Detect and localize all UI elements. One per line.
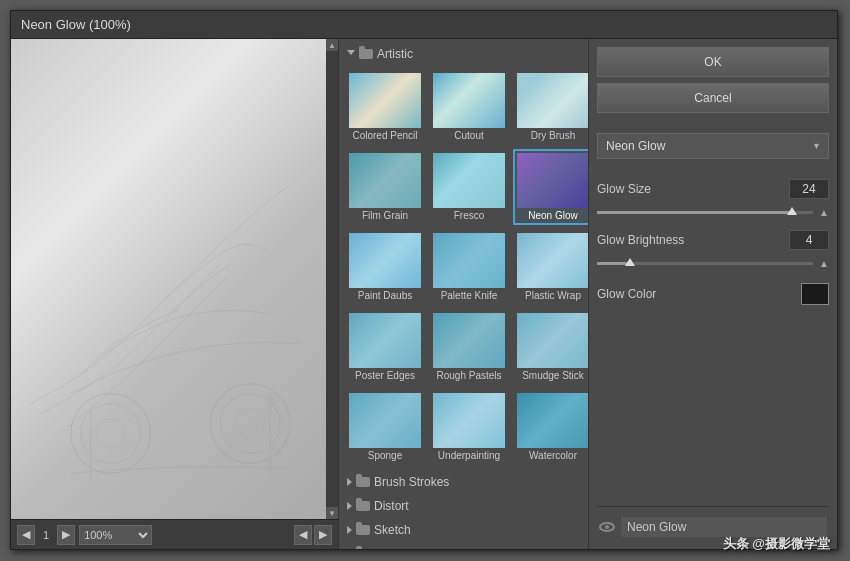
filter-item-fresco[interactable]: Fresco xyxy=(429,149,509,225)
category-stylize-label: Stylize xyxy=(374,547,409,549)
filter-item-rough-pastels[interactable]: Rough Pastels xyxy=(429,309,509,385)
filter-label-plastic-wrap: Plastic Wrap xyxy=(525,290,581,301)
filter-thumb-neon-glow xyxy=(517,153,589,208)
filter-label-fresco: Fresco xyxy=(454,210,485,221)
category-sketch-label: Sketch xyxy=(374,523,411,537)
filter-item-underpainting[interactable]: Underpainting xyxy=(429,389,509,465)
folder-icon-distort xyxy=(356,501,370,511)
filter-label-watercolor: Watercolor xyxy=(529,450,577,461)
filter-dropdown-wrapper: Neon Glow xyxy=(597,133,829,159)
filter-thumb-fresco xyxy=(433,153,505,208)
folder-icon xyxy=(359,49,373,59)
cancel-button[interactable]: Cancel xyxy=(597,83,829,113)
category-distort-label: Distort xyxy=(374,499,409,513)
filter-item-neon-glow[interactable]: Neon Glow xyxy=(513,149,589,225)
filter-thumb-film-grain xyxy=(349,153,421,208)
filter-thumb-palette-knife xyxy=(433,233,505,288)
preview-footer: ◀ 1 ▶ 100% 50% 200% Fit in View ◀ ▶ xyxy=(11,519,338,549)
filter-item-smudge-stick[interactable]: Smudge Stick xyxy=(513,309,589,385)
filter-label-cutout: Cutout xyxy=(454,130,483,141)
preview-panel: ▲ ▼ ◀ 1 ▶ 100% 50% 200% Fit in View ◀ ▶ xyxy=(11,39,339,549)
filter-label-underpainting: Underpainting xyxy=(438,450,500,461)
filter-dropdown[interactable]: Neon Glow xyxy=(597,133,829,159)
folder-icon-brush xyxy=(356,477,370,487)
filter-thumb-rough-pastels xyxy=(433,313,505,368)
preview-image xyxy=(11,39,326,519)
category-distort-header[interactable]: Distort xyxy=(343,495,584,517)
zoom-select[interactable]: 100% 50% 200% Fit in View xyxy=(79,525,152,545)
category-distort: Distort xyxy=(343,495,584,517)
page-prev-button[interactable]: ◀ xyxy=(17,525,35,545)
glow-color-swatch[interactable] xyxy=(801,283,829,305)
nav-left-button[interactable]: ◀ xyxy=(294,525,312,545)
filter-item-watercolor[interactable]: Watercolor xyxy=(513,389,589,465)
triangle-closed-icon xyxy=(347,478,352,486)
category-sketch: Sketch xyxy=(343,519,584,541)
preview-sketch xyxy=(11,39,326,519)
window-title: Neon Glow (100%) xyxy=(21,17,131,32)
glow-color-label: Glow Color xyxy=(597,287,793,301)
controls-panel: OK Cancel Neon Glow Glow Size ▲ xyxy=(589,39,837,549)
glow-size-slider[interactable] xyxy=(597,211,813,214)
triangle-closed-icon-3 xyxy=(347,526,352,534)
glow-brightness-slider[interactable] xyxy=(597,262,813,265)
filter-thumb-dry-brush xyxy=(517,73,589,128)
category-sketch-header[interactable]: Sketch xyxy=(343,519,584,541)
filter-item-poster-edges[interactable]: Poster Edges xyxy=(345,309,425,385)
glow-brightness-row: Glow Brightness xyxy=(597,230,829,250)
glow-brightness-input[interactable] xyxy=(789,230,829,250)
category-artistic-header[interactable]: Artistic xyxy=(343,43,584,65)
filter-grid-artistic: Colored Pencil Cutout Dry Brush Film Gra… xyxy=(343,65,584,469)
nav-right-button[interactable]: ▶ xyxy=(314,525,332,545)
triangle-closed-icon-2 xyxy=(347,502,352,510)
filter-item-colored-pencil[interactable]: Colored Pencil xyxy=(345,69,425,145)
scroll-up-arrow[interactable]: ▲ xyxy=(326,39,338,51)
filter-item-sponge[interactable]: Sponge xyxy=(345,389,425,465)
filter-label-poster-edges: Poster Edges xyxy=(355,370,415,381)
effects-layer-name: Neon Glow xyxy=(621,517,827,537)
category-brush-strokes: Brush Strokes xyxy=(343,471,584,493)
folder-icon-sketch xyxy=(356,525,370,535)
filter-item-palette-knife[interactable]: Palette Knife xyxy=(429,229,509,305)
filter-item-cutout[interactable]: Cutout xyxy=(429,69,509,145)
category-brush-strokes-header[interactable]: Brush Strokes xyxy=(343,471,584,493)
glow-brightness-triangle-icon: ▲ xyxy=(819,258,829,269)
page-next-button[interactable]: ▶ xyxy=(57,525,75,545)
ok-button[interactable]: OK xyxy=(597,47,829,77)
filter-item-dry-brush[interactable]: Dry Brush xyxy=(513,69,589,145)
glow-size-label: Glow Size xyxy=(597,182,789,196)
filter-panel: Artistic Colored Pencil Cutout Dry Brush xyxy=(339,39,589,549)
glow-size-slider-row: ▲ xyxy=(597,207,829,218)
filter-label-neon-glow: Neon Glow xyxy=(528,210,577,221)
glow-size-row: Glow Size xyxy=(597,179,829,199)
filter-thumb-sponge xyxy=(349,393,421,448)
filter-label-palette-knife: Palette Knife xyxy=(441,290,498,301)
filter-item-paint-daubs[interactable]: Paint Daubs xyxy=(345,229,425,305)
filter-label-paint-daubs: Paint Daubs xyxy=(358,290,412,301)
filter-thumb-poster-edges xyxy=(349,313,421,368)
svg-point-0 xyxy=(71,394,151,474)
filter-thumb-smudge-stick xyxy=(517,313,589,368)
filter-thumb-paint-daubs xyxy=(349,233,421,288)
filter-label-sponge: Sponge xyxy=(368,450,402,461)
category-stylize-header[interactable]: Stylize xyxy=(343,543,584,549)
filter-item-film-grain[interactable]: Film Grain xyxy=(345,149,425,225)
svg-point-5 xyxy=(235,409,265,439)
filter-thumb-colored-pencil xyxy=(349,73,421,128)
glow-brightness-label: Glow Brightness xyxy=(597,233,789,247)
category-artistic: Artistic Colored Pencil Cutout Dry Brush xyxy=(343,43,584,469)
filter-thumb-underpainting xyxy=(433,393,505,448)
title-bar: Neon Glow (100%) xyxy=(11,11,837,39)
spacer xyxy=(597,311,829,500)
dialog-body: ▲ ▼ ◀ 1 ▶ 100% 50% 200% Fit in View ◀ ▶ xyxy=(11,39,837,549)
layer-visibility-icon[interactable] xyxy=(599,522,615,532)
dialog-window: Neon Glow (100%) xyxy=(10,10,838,550)
filter-item-plastic-wrap[interactable]: Plastic Wrap xyxy=(513,229,589,305)
glow-size-input[interactable] xyxy=(789,179,829,199)
filter-label-smudge-stick: Smudge Stick xyxy=(522,370,584,381)
filter-label-film-grain: Film Grain xyxy=(362,210,408,221)
preview-scrollbar[interactable]: ▲ ▼ xyxy=(326,39,338,519)
scroll-down-arrow[interactable]: ▼ xyxy=(326,507,338,519)
triangle-open-icon xyxy=(347,50,355,59)
page-indicator: 1 xyxy=(43,529,49,541)
